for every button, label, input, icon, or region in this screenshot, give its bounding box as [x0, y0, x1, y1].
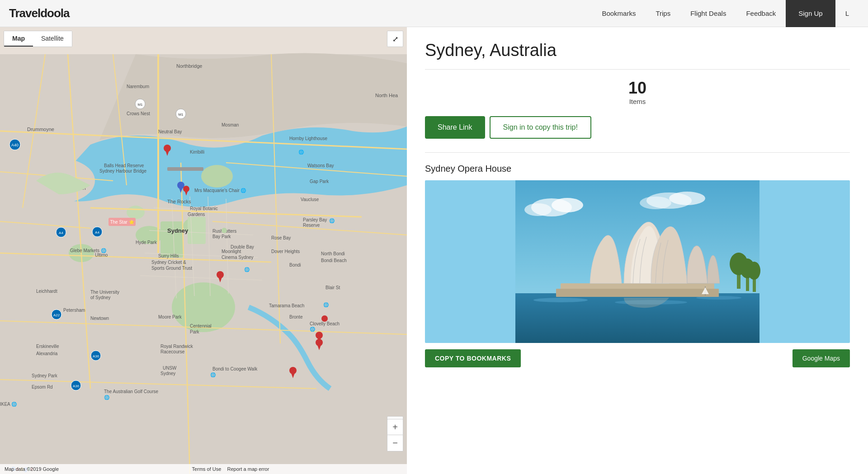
svg-rect-10 — [188, 217, 206, 244]
map-area[interactable]: Sydney Balmain Drummoyne Crows Nest Neut… — [0, 27, 407, 474]
copy-trip-button[interactable]: Sign in to copy this trip! — [490, 116, 591, 139]
svg-text:🌐: 🌐 — [210, 372, 216, 378]
svg-text:Alexandria: Alexandria — [36, 351, 58, 356]
svg-text:A36: A36 — [73, 384, 80, 388]
svg-point-162 — [748, 262, 760, 280]
svg-text:Northbridge: Northbridge — [176, 63, 202, 69]
svg-text:Watsons Bay: Watsons Bay — [307, 163, 334, 168]
svg-text:Gardens: Gardens — [188, 212, 205, 217]
map-tab-satellite[interactable]: Satellite — [33, 31, 72, 47]
nav-signup[interactable]: Sign Up — [786, 0, 835, 27]
svg-text:Hyde Park: Hyde Park — [136, 240, 157, 245]
svg-text:Sydney Park: Sydney Park — [32, 373, 58, 378]
svg-text:The Rocks: The Rocks — [167, 199, 191, 204]
svg-text:Moonlight: Moonlight — [222, 249, 241, 254]
map-fullscreen-button[interactable]: ⤢ — [387, 31, 403, 47]
city-title: Sydney, Australia — [425, 41, 850, 70]
svg-point-7 — [201, 165, 233, 188]
svg-text:Sports Ground Trust: Sports Ground Trust — [151, 266, 192, 271]
svg-text:🌐: 🌐 — [329, 218, 335, 224]
nav-flight-deals[interactable]: Flight Deals — [680, 0, 736, 27]
map-zoom-out-button[interactable]: − — [387, 435, 403, 451]
svg-text:Mosman: Mosman — [222, 122, 239, 127]
svg-text:Sydney Harbour Bridge: Sydney Harbour Bridge — [99, 169, 146, 174]
svg-text:Centennial: Centennial — [190, 324, 212, 329]
logo[interactable]: Traveldoola — [9, 6, 70, 20]
svg-text:Epsom Rd: Epsom Rd — [32, 385, 53, 390]
divider — [425, 152, 850, 153]
svg-text:IKEA 🌐: IKEA 🌐 — [0, 401, 17, 407]
svg-point-149 — [669, 192, 705, 205]
svg-text:Double Bay: Double Bay — [231, 244, 254, 249]
svg-text:Reserve: Reserve — [303, 223, 320, 228]
svg-text:Naremburn: Naremburn — [127, 84, 149, 89]
place-title: Sydney Opera House — [425, 164, 850, 174]
svg-text:🌐: 🌐 — [104, 394, 110, 400]
svg-text:Bondi: Bondi — [289, 263, 301, 268]
svg-rect-156 — [556, 289, 719, 297]
svg-text:Sydney: Sydney — [160, 371, 175, 376]
map-zoom-in-button[interactable]: + — [387, 419, 403, 435]
nav-bookmarks[interactable]: Bookmarks — [592, 0, 646, 27]
svg-text:Balls Head Reserve: Balls Head Reserve — [104, 163, 144, 168]
copy-bookmarks-button[interactable]: COPY TO BOOKMARKS — [425, 349, 521, 367]
svg-text:Neutral Bay: Neutral Bay — [158, 129, 182, 134]
svg-text:Surry Hills: Surry Hills — [158, 253, 179, 258]
map-data-label: Map data ©2019 Google — [5, 466, 59, 472]
svg-text:🌐: 🌐 — [310, 326, 316, 332]
nav-login[interactable]: L — [835, 0, 859, 27]
svg-point-136 — [222, 228, 227, 233]
map-footer: Map data ©2019 Google Terms of Use Repor… — [0, 464, 407, 474]
svg-text:The University: The University — [90, 290, 119, 295]
svg-text:North Bondi: North Bondi — [321, 251, 345, 256]
svg-point-50 — [321, 315, 328, 322]
svg-text:A40: A40 — [11, 143, 19, 147]
nav-trips[interactable]: Trips — [646, 0, 680, 27]
svg-rect-9 — [160, 221, 183, 258]
map-tab-bar: Map Satellite — [4, 31, 72, 47]
place-actions: COPY TO BOOKMARKS Google Maps — [425, 349, 850, 367]
map-report-link[interactable]: Report a map error — [227, 466, 269, 472]
svg-text:Rose Bay: Rose Bay — [271, 235, 291, 240]
svg-text:Cinema Sydney: Cinema Sydney — [222, 255, 254, 260]
svg-text:A36: A36 — [93, 354, 99, 358]
items-count-label: Items — [629, 98, 646, 105]
svg-point-150 — [640, 197, 671, 209]
svg-text:Mrs Macquarie's Chair 🌐: Mrs Macquarie's Chair 🌐 — [194, 188, 246, 193]
svg-text:The Australian Golf Course: The Australian Golf Course — [104, 389, 158, 394]
nav-feedback[interactable]: Feedback — [736, 0, 786, 27]
svg-text:Hornby Lighthouse: Hornby Lighthouse — [289, 136, 327, 141]
main-layout: Sydney Balmain Drummoyne Crows Nest Neut… — [0, 27, 868, 474]
svg-text:North Hea: North Hea — [375, 93, 398, 98]
svg-rect-35 — [167, 167, 203, 171]
map-container[interactable]: Sydney Balmain Drummoyne Crows Nest Neut… — [0, 27, 407, 474]
svg-text:Dover Heights: Dover Heights — [271, 249, 300, 254]
svg-text:Kirribilli: Kirribilli — [190, 150, 204, 155]
action-buttons: Share Link Sign in to copy this trip! — [425, 116, 850, 139]
svg-text:Racecourse: Racecourse — [160, 349, 185, 354]
nav: Bookmarks Trips Flight Deals Feedback Si… — [592, 0, 859, 27]
opera-house-image — [425, 180, 850, 343]
svg-text:Petersham: Petersham — [63, 308, 85, 313]
svg-text:Ultimo: Ultimo — [95, 253, 108, 258]
svg-text:🌐: 🌐 — [323, 302, 329, 308]
svg-text:Vaucluse: Vaucluse — [301, 197, 319, 202]
items-count-number: 10 — [628, 79, 646, 98]
svg-point-146 — [552, 198, 583, 212]
items-count-section: 10 Items — [425, 79, 850, 105]
svg-text:Bondi to Coogee Walk: Bondi to Coogee Walk — [212, 366, 258, 371]
svg-text:Bronte: Bronte — [289, 314, 303, 319]
svg-text:Moore Park: Moore Park — [158, 314, 182, 319]
svg-text:Royal Randwick: Royal Randwick — [160, 344, 193, 349]
map-zoom-controls: + − — [387, 419, 403, 451]
svg-text:A22: A22 — [53, 313, 60, 317]
header: Traveldoola Bookmarks Trips Flight Deals… — [0, 0, 868, 27]
google-maps-button[interactable]: Google Maps — [793, 349, 850, 367]
map-terms-link[interactable]: Terms of Use — [192, 466, 222, 472]
map-tab-map[interactable]: Map — [4, 31, 33, 47]
svg-text:Newtown: Newtown — [90, 316, 109, 321]
svg-text:Sydney: Sydney — [167, 227, 189, 234]
share-link-button[interactable]: Share Link — [425, 116, 485, 139]
svg-text:of Sydney: of Sydney — [90, 295, 110, 300]
svg-point-152 — [533, 298, 588, 302]
